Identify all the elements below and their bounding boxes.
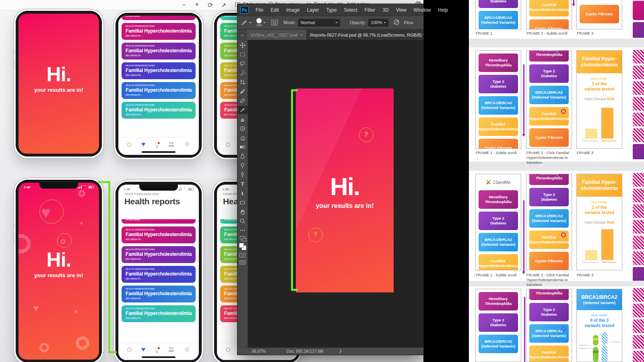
zoom-in-button[interactable]: + bbox=[195, 0, 199, 9]
spec-card: FamilialHypercholesterolemia bbox=[479, 117, 518, 136]
magic-wand-tool-icon[interactable] bbox=[238, 69, 248, 77]
result-value: 1 of thevariants tested bbox=[577, 81, 622, 92]
menu-item[interactable]: Layer bbox=[303, 7, 322, 13]
more-tool-icon[interactable] bbox=[238, 226, 248, 234]
spec-card: Cystic Fibrosis bbox=[529, 19, 569, 29]
people-tab-icon[interactable] bbox=[168, 347, 175, 352]
frame-label: FRAME 3 bbox=[577, 273, 626, 278]
marquee-tool-icon[interactable] bbox=[238, 50, 248, 58]
reports-header: YOUR PERSONALIZED Health reports bbox=[118, 193, 199, 206]
settings-tab-icon[interactable]: ⚙ bbox=[184, 141, 190, 148]
type-tool-icon[interactable]: T bbox=[238, 180, 248, 188]
refresh-tab-icon[interactable] bbox=[226, 142, 230, 147]
document-tab-uvbox[interactable]: UVBox_v02__0627.psd × bbox=[247, 30, 306, 40]
crop-tool-icon[interactable] bbox=[238, 78, 248, 86]
health-report-card: HEALTH PREDISPOSITIONSFamilial Hyperchol… bbox=[122, 226, 196, 243]
brush-size-picker[interactable]: 150 bbox=[256, 18, 262, 27]
close-tab-icon[interactable]: × bbox=[300, 33, 303, 37]
health-report-card: HEALTH PREDISPOSITIONSFamilial Hyperchol… bbox=[122, 16, 196, 20]
eraser-tool-icon[interactable] bbox=[238, 134, 248, 142]
splash-subtitle: your results are in! bbox=[19, 272, 99, 278]
zoom-tool-icon[interactable] bbox=[238, 217, 248, 225]
heart-tab-icon[interactable]: ♥ bbox=[141, 346, 145, 354]
spec-frame-2: HereditaryThrombophiliaType 2DiabetesBRC… bbox=[526, 174, 572, 270]
rotate-page-button[interactable]: ⟳ bbox=[208, 1, 213, 10]
document-tab-reports[interactable]: Reports-0627-Final.psd @ 66.7% (LoadScre… bbox=[306, 30, 423, 40]
menu-item[interactable]: Window bbox=[410, 7, 435, 13]
menu-item[interactable]: Help bbox=[434, 7, 452, 13]
swap-colors-icon[interactable] bbox=[240, 236, 245, 240]
spec-card: Cystic Fibrosis bbox=[529, 252, 569, 270]
chevron-down-icon bbox=[384, 22, 386, 25]
history-brush-tool-icon[interactable] bbox=[238, 124, 248, 132]
menu-item[interactable]: Type bbox=[322, 7, 340, 13]
spec-card: BRCA1/BRCA2(Selected Variants) bbox=[529, 209, 569, 228]
menu-item[interactable]: Edit bbox=[267, 7, 283, 13]
spec-card: Type 2Diabetes bbox=[479, 212, 518, 230]
spec-card: Type 2Diabetes bbox=[529, 64, 569, 83]
color-swatches[interactable] bbox=[239, 243, 246, 250]
brush-tip-icon bbox=[256, 18, 262, 23]
zoom-out-button[interactable]: − bbox=[182, 1, 186, 10]
artboard[interactable]: Hi. your results are in! ? ? bbox=[296, 88, 394, 292]
tab-label: Reports-0627-Final.psd @ 66.7% (LoadScre… bbox=[310, 33, 423, 37]
lightbulb-tab-icon[interactable] bbox=[155, 348, 159, 352]
opacity-select[interactable]: 100% bbox=[368, 19, 388, 27]
lasso-tool-icon[interactable] bbox=[238, 60, 248, 68]
path-select-tool-icon[interactable] bbox=[238, 189, 248, 197]
dodge-tool-icon[interactable] bbox=[238, 161, 248, 169]
spec-card: Type 2Diabetes bbox=[479, 313, 518, 332]
menu-item[interactable]: View bbox=[392, 7, 410, 13]
move-tool-icon[interactable] bbox=[238, 41, 248, 49]
desktop: − + ⟳ ↗ Fit to page Page view A)))Read a… bbox=[0, 0, 644, 362]
pen-tool-icon[interactable] bbox=[238, 171, 248, 179]
mode-select[interactable]: Normal bbox=[298, 19, 340, 27]
screen-mode-icon[interactable] bbox=[239, 260, 246, 265]
health-report-card: HEALTH PREDISPOSITIONSFamilial Hyperchol… bbox=[122, 102, 196, 119]
menu-item[interactable]: 3D bbox=[379, 7, 392, 13]
status-chevron-icon[interactable]: ❯ bbox=[339, 349, 342, 353]
heart-pattern: ♥ bbox=[80, 220, 83, 226]
brush-panel-toggle-icon[interactable] bbox=[271, 20, 278, 25]
heart-pattern: ♥ bbox=[74, 308, 78, 315]
status-time: 1:48 bbox=[222, 187, 229, 191]
annotation-bracket-green bbox=[291, 289, 298, 291]
hand-tool-icon[interactable] bbox=[238, 208, 248, 216]
bar-with-variant bbox=[601, 108, 613, 138]
brush-preset-icon[interactable] bbox=[241, 19, 248, 26]
health-report-card: HEALTH PREDISPOSITIONSFamilial Hyperchol… bbox=[122, 62, 196, 79]
menu-item[interactable]: Filter bbox=[361, 7, 379, 13]
zoom-level-field[interactable]: 66.67% bbox=[252, 349, 266, 354]
foreground-color[interactable] bbox=[239, 243, 244, 248]
gradient-tool-icon[interactable] bbox=[238, 143, 248, 151]
airbrush-icon[interactable] bbox=[393, 19, 400, 26]
menu-item[interactable]: File bbox=[252, 7, 267, 13]
eyedropper-tool-icon[interactable] bbox=[238, 87, 248, 95]
heart-tab-icon[interactable]: ♥ bbox=[141, 140, 145, 148]
shape-tool-icon[interactable] bbox=[238, 198, 248, 206]
people-tab-icon[interactable] bbox=[168, 142, 175, 147]
settings-tab-icon[interactable]: ⚙ bbox=[184, 346, 190, 353]
clone-stamp-tool-icon[interactable] bbox=[238, 115, 248, 123]
menu-item[interactable]: Select bbox=[340, 7, 361, 13]
chromosome-diagram: 185delAG 5382insC 6174delT bbox=[577, 334, 622, 362]
brush-tool-icon[interactable] bbox=[238, 106, 248, 114]
refresh-tab-icon[interactable] bbox=[127, 348, 132, 352]
transition-arrow bbox=[523, 200, 524, 274]
risk-bar-chart: Without FH variantWith FH variant bbox=[582, 227, 617, 260]
svg-text:T: T bbox=[241, 181, 244, 187]
healing-brush-tool-icon[interactable] bbox=[238, 97, 248, 105]
health-report-card: HEALTH PREDISPOSITIONSFamilial Hyperchol… bbox=[122, 219, 196, 224]
fullscreen-button[interactable]: ↗ bbox=[221, 1, 226, 10]
spec-card: BRCA1/BRCA2(Selected Variants) bbox=[479, 11, 518, 29]
home-indicator bbox=[142, 356, 175, 358]
spec-card: Cystic Fibrosis bbox=[580, 5, 619, 23]
lightbulb-tab-icon[interactable] bbox=[155, 143, 159, 146]
refresh-tab-icon[interactable] bbox=[127, 142, 132, 147]
refresh-tab-icon[interactable] bbox=[226, 348, 230, 352]
blur-tool-icon[interactable] bbox=[238, 152, 248, 160]
bar-with-variant bbox=[601, 229, 613, 260]
panel-collapse-icon[interactable]: » bbox=[237, 30, 247, 40]
quick-mask-icon[interactable] bbox=[239, 253, 246, 257]
menu-item[interactable]: Image bbox=[283, 7, 303, 13]
